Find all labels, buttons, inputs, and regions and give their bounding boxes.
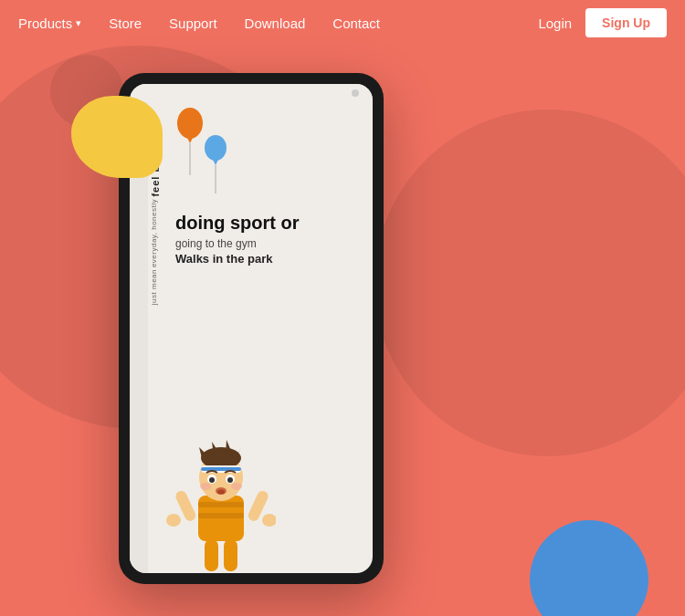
blue-circle-bottom (530, 520, 648, 616)
chevron-down-icon: ▾ (76, 17, 81, 29)
nav-items: Products ▾ Store Support Download Contac… (18, 16, 538, 31)
svg-point-19 (209, 477, 215, 483)
products-label: Products (18, 16, 72, 31)
signup-button[interactable]: Sign Up (585, 8, 667, 37)
svg-point-22 (217, 490, 225, 495)
rotated-text-just-mean: just mean (150, 269, 161, 305)
svg-point-28 (262, 514, 276, 527)
yellow-shape (71, 96, 163, 178)
tablet-camera (352, 89, 359, 97)
tablet-top-bar (130, 84, 373, 102)
tablet-subtext-1: going to the gym (175, 237, 364, 250)
svg-marker-4 (213, 160, 218, 165)
character-illustration (166, 427, 276, 573)
svg-marker-1 (187, 138, 193, 143)
svg-rect-29 (205, 539, 218, 571)
svg-rect-16 (201, 467, 241, 471)
nav-contact[interactable]: Contact (332, 16, 380, 31)
nav-download[interactable]: Download (245, 16, 306, 31)
tablet-main-content: doing sport or going to the gym Walks in… (175, 212, 364, 266)
tablet-heading: doing sport or (175, 212, 364, 234)
svg-point-20 (227, 477, 233, 483)
nav-products[interactable]: Products ▾ (18, 16, 81, 31)
svg-rect-7 (198, 502, 244, 507)
nav-auth: Login Sign Up (538, 8, 667, 37)
nav-support[interactable]: Support (169, 16, 217, 31)
svg-point-23 (200, 483, 211, 490)
svg-point-0 (177, 108, 203, 139)
rotated-text-everyday: everyday, honestly (150, 199, 161, 267)
balloon-blue (203, 134, 228, 202)
svg-rect-30 (224, 539, 237, 571)
nav-login[interactable]: Login (538, 16, 572, 31)
svg-point-27 (166, 514, 181, 527)
navbar: Products ▾ Store Support Download Contac… (0, 0, 685, 46)
svg-point-3 (205, 135, 227, 161)
balloon-orange (175, 107, 205, 183)
svg-rect-8 (198, 513, 244, 518)
bg-circle-right (374, 110, 685, 456)
nav-store[interactable]: Store (109, 16, 142, 31)
tablet-screen: feel better everyday, honestly just mean (130, 84, 373, 573)
tablet-subtext-2: Walks in the park (175, 252, 364, 266)
svg-point-24 (231, 483, 242, 490)
